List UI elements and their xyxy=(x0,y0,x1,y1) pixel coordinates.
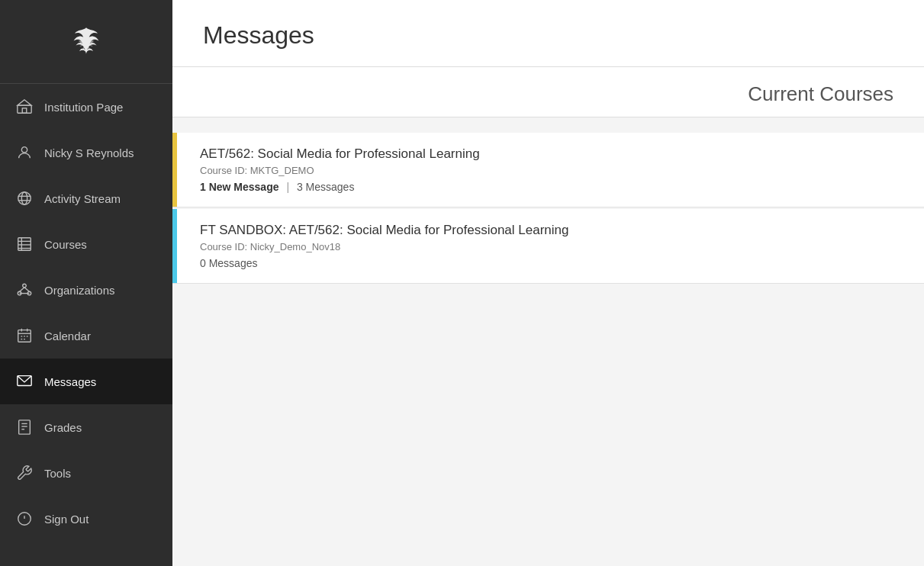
svg-point-2 xyxy=(21,147,27,153)
courses-icon xyxy=(15,235,34,253)
sidebar-logo xyxy=(0,0,172,84)
sidebar-item-label-messages: Messages xyxy=(44,375,96,388)
sidebar-item-label-grades: Grades xyxy=(44,421,82,434)
sidebar-item-label-courses: Courses xyxy=(44,238,87,251)
sidebar-item-label-signout: Sign Out xyxy=(44,513,89,526)
user-icon xyxy=(15,143,34,162)
svg-point-12 xyxy=(23,284,27,288)
sidebar-item-activity-stream[interactable]: Activity Stream xyxy=(0,175,172,221)
tools-icon xyxy=(15,464,34,482)
sidebar-item-institution-page[interactable]: Institution Page xyxy=(0,84,172,130)
sidebar-item-user[interactable]: Nicky S Reynolds xyxy=(0,130,172,175)
page-title: Messages xyxy=(203,21,893,50)
course-title-1: AET/562: Social Media for Professional L… xyxy=(200,146,901,162)
current-courses-header: Current Courses xyxy=(172,67,924,117)
sidebar-item-label-institution: Institution Page xyxy=(44,101,123,114)
total-message-count: 3 Messages xyxy=(297,181,354,193)
logo-icon xyxy=(63,19,109,65)
zero-message-count: 0 Messages xyxy=(200,257,257,269)
course-item-2[interactable]: FT SANDBOX: AET/562: Social Media for Pr… xyxy=(172,209,924,284)
svg-line-16 xyxy=(24,288,29,292)
sidebar-item-label-activity: Activity Stream xyxy=(44,192,121,205)
course-id-2: Course ID: Nicky_Demo_Nov18 xyxy=(200,241,901,252)
sidebar-item-tools[interactable]: Tools xyxy=(0,450,172,496)
sidebar-item-organizations[interactable]: Organizations xyxy=(0,267,172,313)
new-message-count: 1 New Message xyxy=(200,181,279,193)
svg-point-3 xyxy=(18,192,31,205)
svg-line-15 xyxy=(20,288,24,292)
sidebar-item-calendar[interactable]: Calendar xyxy=(0,313,172,359)
course-title-2: FT SANDBOX: AET/562: Social Media for Pr… xyxy=(200,223,901,238)
sidebar-nav: Institution Page Nicky S Reynolds Activi… xyxy=(0,84,172,566)
sidebar: Institution Page Nicky S Reynolds Activi… xyxy=(0,0,172,566)
svg-point-4 xyxy=(21,192,27,205)
svg-rect-0 xyxy=(18,105,31,113)
sidebar-item-messages[interactable]: Messages xyxy=(0,359,172,404)
sidebar-item-grades[interactable]: Grades xyxy=(0,404,172,450)
course-messages-1: 1 New Message | 3 Messages xyxy=(200,181,901,193)
calendar-icon xyxy=(15,326,34,345)
content-area: Current Courses AET/562: Social Media fo… xyxy=(172,67,924,566)
sidebar-item-label-user: Nicky S Reynolds xyxy=(44,146,134,159)
page-header: Messages xyxy=(172,0,924,67)
globe-icon xyxy=(15,189,34,207)
organizations-icon xyxy=(15,281,34,299)
main-content: Messages Current Courses AET/562: Social… xyxy=(172,0,924,566)
sidebar-item-courses[interactable]: Courses xyxy=(0,221,172,267)
course-item-1[interactable]: AET/562: Social Media for Professional L… xyxy=(172,133,924,207)
courses-list: AET/562: Social Media for Professional L… xyxy=(172,117,924,301)
signout-icon xyxy=(15,510,34,528)
svg-rect-1 xyxy=(22,108,27,113)
sidebar-item-sign-out[interactable]: Sign Out xyxy=(0,496,172,542)
course-messages-2: 0 Messages xyxy=(200,257,901,269)
grades-icon xyxy=(15,418,34,436)
course-id-1: Course ID: MKTG_DEMO xyxy=(200,165,901,176)
sidebar-item-label-tools: Tools xyxy=(44,467,71,480)
course-content-2: FT SANDBOX: AET/562: Social Media for Pr… xyxy=(177,209,924,283)
messages-icon xyxy=(15,372,34,391)
svg-rect-28 xyxy=(19,420,31,434)
current-courses-title: Current Courses xyxy=(748,82,893,106)
sidebar-item-label-calendar: Calendar xyxy=(44,330,91,342)
course-content-1: AET/562: Social Media for Professional L… xyxy=(177,133,924,207)
institution-icon xyxy=(15,98,34,116)
sidebar-item-label-organizations: Organizations xyxy=(44,284,115,297)
message-separator: | xyxy=(286,181,292,193)
